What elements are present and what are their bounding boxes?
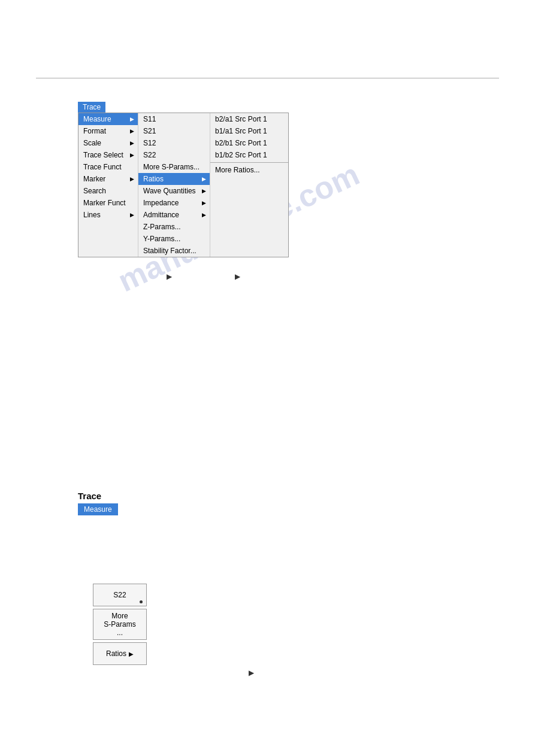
subsubmenu-item-more-ratios[interactable]: More Ratios... bbox=[210, 164, 288, 176]
subsubmenu-item-b2b1[interactable]: b2/b1 Src Port 1 bbox=[210, 137, 288, 149]
lines-arrow-icon: ▶ bbox=[130, 212, 134, 218]
menu-item-format[interactable]: Format ▶ bbox=[78, 125, 138, 137]
softkey-s22[interactable]: S22 bbox=[93, 584, 147, 606]
menu-item-lines[interactable]: Lines ▶ bbox=[78, 209, 138, 221]
submenu-item-impedance[interactable]: Impedance ▶ bbox=[138, 197, 210, 209]
subsubmenu-item-b1a1[interactable]: b1/a1 Src Port 1 bbox=[210, 125, 288, 137]
menu-item-marker[interactable]: Marker ▶ bbox=[78, 173, 138, 185]
menu-item-measure[interactable]: Measure ▶ bbox=[78, 113, 138, 125]
measure-arrow-icon: ▶ bbox=[130, 116, 134, 122]
submenu-item-admittance[interactable]: Admittance ▶ bbox=[138, 209, 210, 221]
submenu-item-stability-factor[interactable]: Stability Factor... bbox=[138, 245, 210, 257]
submenu-item-wave-quantities[interactable]: Wave Quantities ▶ bbox=[138, 185, 210, 197]
submenu-item-y-params[interactable]: Y-Params... bbox=[138, 233, 210, 245]
submenu-item-s11[interactable]: S11 bbox=[138, 113, 210, 125]
menu-left-column: Measure ▶ Format ▶ Scale ▶ Trace Select … bbox=[78, 113, 138, 257]
main-dropdown: Measure ▶ Format ▶ Scale ▶ Trace Select … bbox=[78, 113, 289, 257]
submenu-item-z-params[interactable]: Z-Params... bbox=[138, 221, 210, 233]
impedance-arrow-icon: ▶ bbox=[202, 200, 206, 206]
softkey-section: S22 More S-Params ... Ratios ▶ bbox=[93, 584, 147, 667]
trace-select-arrow-icon: ▶ bbox=[130, 152, 134, 158]
menu-right-column: b2/a1 Src Port 1 b1/a1 Src Port 1 b2/b1 … bbox=[210, 113, 288, 257]
sub-submenu-separator bbox=[210, 162, 288, 163]
subsubmenu-item-b1b2[interactable]: b1/b2 Src Port 1 bbox=[210, 149, 288, 161]
trace-menu-bar-button[interactable]: Trace bbox=[78, 102, 105, 113]
menu-item-trace-funct[interactable]: Trace Funct bbox=[78, 161, 138, 173]
softkey-more-sparams[interactable]: More S-Params ... bbox=[93, 609, 147, 640]
menu-item-scale[interactable]: Scale ▶ bbox=[78, 137, 138, 149]
ratios-arrow-icon: ▶ bbox=[202, 176, 206, 182]
arrow-indicator-1: ▶ bbox=[167, 272, 172, 281]
submenu-item-s12[interactable]: S12 bbox=[138, 137, 210, 149]
bottom-trace-label: Trace bbox=[78, 491, 118, 501]
admittance-arrow-icon: ▶ bbox=[202, 212, 206, 218]
arrow-indicator-bottom: ▶ bbox=[249, 669, 254, 677]
scale-arrow-icon: ▶ bbox=[130, 140, 134, 146]
menu-item-trace-select[interactable]: Trace Select ▶ bbox=[78, 149, 138, 161]
top-rule bbox=[36, 78, 499, 78]
submenu-item-s22[interactable]: S22 bbox=[138, 149, 210, 161]
bottom-measure-button[interactable]: Measure bbox=[78, 503, 118, 515]
menu-item-search[interactable]: Search bbox=[78, 185, 138, 197]
menu-item-marker-funct[interactable]: Marker Funct bbox=[78, 197, 138, 209]
format-arrow-icon: ▶ bbox=[130, 128, 134, 134]
submenu-item-s21[interactable]: S21 bbox=[138, 125, 210, 137]
s22-dot-indicator bbox=[140, 600, 143, 603]
arrow-indicator-2: ▶ bbox=[235, 272, 240, 281]
top-menu-section: Trace Measure ▶ Format ▶ Scale ▶ Trace S… bbox=[78, 102, 289, 257]
subsubmenu-item-b2a1[interactable]: b2/a1 Src Port 1 bbox=[210, 113, 288, 125]
submenu-item-more-sparams[interactable]: More S-Params... bbox=[138, 161, 210, 173]
marker-arrow-icon: ▶ bbox=[130, 176, 134, 182]
more-sparams-text: More S-Params ... bbox=[104, 612, 135, 637]
menu-middle-column: S11 S21 S12 S22 More S-Params... Ratios … bbox=[138, 113, 210, 257]
softkey-ratios[interactable]: Ratios ▶ bbox=[93, 642, 147, 665]
wave-quantities-arrow-icon: ▶ bbox=[202, 188, 206, 194]
ratios-softkey-arrow-icon: ▶ bbox=[129, 651, 134, 657]
submenu-item-ratios[interactable]: Ratios ▶ bbox=[138, 173, 210, 185]
bottom-section: Trace Measure bbox=[78, 491, 118, 515]
